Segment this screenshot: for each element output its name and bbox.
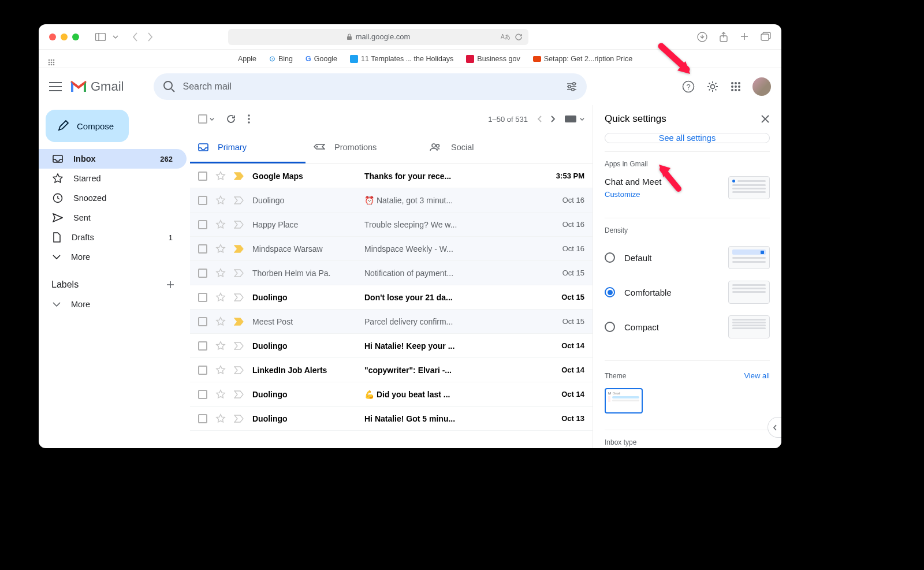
settings-icon[interactable] [706,80,719,93]
importance-icon[interactable] [234,293,244,301]
select-all-checkbox[interactable] [198,114,214,124]
downloads-icon[interactable] [697,32,707,42]
tab-social[interactable]: Social [421,133,536,163]
email-row[interactable]: Duolingo Hi Natalie! Got 5 minu... Oct 1… [190,407,593,431]
star-icon[interactable] [215,365,226,375]
email-row[interactable]: Duolingo Hi Natalie! Keep your ... Oct 1… [190,334,593,358]
row-checkbox[interactable] [198,390,207,399]
star-icon[interactable] [215,171,226,181]
importance-icon[interactable] [234,269,244,277]
row-checkbox[interactable] [198,366,207,375]
new-tab-icon[interactable] [740,32,749,41]
labels-more[interactable]: More [39,295,187,314]
refresh-icon[interactable] [226,114,236,124]
page-prev-icon[interactable] [537,116,542,122]
email-row[interactable]: Duolingo ⏰ Natalie, got 3 minut... Oct 1… [190,188,593,213]
email-row[interactable]: Duolingo 💪 Did you beat last ... Oct 14 [190,382,593,407]
gmail-logo[interactable]: Gmail [70,79,124,94]
star-icon[interactable] [215,292,226,303]
importance-icon[interactable] [234,318,244,326]
add-label-icon[interactable] [166,280,175,289]
email-row[interactable]: Thorben Helm via Pa. Notification of pay… [190,261,593,285]
close-window-icon[interactable] [49,33,56,40]
nav-starred[interactable]: Starred [39,169,187,188]
importance-icon[interactable] [234,390,244,398]
more-icon[interactable] [248,114,250,124]
email-row[interactable]: Duolingo Don't lose your 21 da... Oct 15 [190,285,593,310]
share-icon[interactable] [719,32,728,42]
row-checkbox[interactable] [198,220,207,229]
bookmark-business[interactable]: Business gov [466,55,520,63]
theme-view-all-link[interactable]: View all [744,371,770,380]
nav-more[interactable]: More [39,247,187,267]
email-row[interactable]: Mindspace Warsaw Mindspace Weekly - W...… [190,237,593,261]
nav-drafts[interactable]: Drafts1 [39,228,187,247]
help-icon[interactable]: ? [682,80,695,93]
density-default[interactable]: Default [605,240,770,275]
importance-icon[interactable] [234,415,244,423]
bookmark-templates[interactable]: 11 Templates ... the Holidays [350,55,453,63]
star-icon[interactable] [215,195,226,206]
url-bar[interactable]: mail.google.com Aあ [228,29,528,45]
minimize-window-icon[interactable] [61,33,68,40]
search-options-icon[interactable] [566,81,578,92]
translate-icon[interactable]: Aあ [501,33,510,40]
row-checkbox[interactable] [198,317,207,326]
row-checkbox[interactable] [198,244,207,254]
account-avatar[interactable] [752,77,771,96]
density-comfortable[interactable]: Comfortable [605,275,770,310]
density-compact[interactable]: Compact [605,310,770,344]
tab-promotions[interactable]: Promotions [305,133,421,163]
see-all-settings-button[interactable]: See all settings [605,133,770,143]
importance-icon[interactable] [234,245,244,253]
app-grid-icon[interactable] [48,59,55,66]
nav-snoozed[interactable]: Snoozed [39,188,187,208]
email-row[interactable]: Google Maps Thanks for your rece... 3:53… [190,164,593,188]
email-row[interactable]: Happy Place Trouble sleeping? We w... Oc… [190,213,593,237]
apps-icon[interactable] [731,81,741,92]
star-icon[interactable] [215,268,226,278]
importance-icon[interactable] [234,172,244,180]
nav-sent[interactable]: Sent [39,208,187,228]
nav-inbox[interactable]: Inbox262 [39,149,187,169]
window-controls[interactable] [49,33,79,40]
theme-thumbnail[interactable]: MGmail [605,388,643,413]
email-row[interactable]: LinkedIn Job Alerts "copywriter": Elvari… [190,358,593,382]
star-icon[interactable] [215,316,226,327]
star-icon[interactable] [215,413,226,424]
email-row[interactable]: Meest Post Parcel delivery confirm... Oc… [190,310,593,334]
row-checkbox[interactable] [198,196,207,205]
importance-icon[interactable] [234,366,244,374]
tabs-icon[interactable] [761,32,771,41]
row-checkbox[interactable] [198,269,207,278]
bookmark-setapp[interactable]: Setapp: Get 2...ription Price [533,55,633,63]
main-menu-icon[interactable] [49,82,62,91]
importance-icon[interactable] [234,196,244,204]
chevron-down-icon[interactable] [113,35,118,39]
email-subject: "copywriter": Elvari -... [364,366,536,375]
row-checkbox[interactable] [198,341,207,351]
row-checkbox[interactable] [198,414,207,423]
importance-icon[interactable] [234,221,244,229]
forward-icon[interactable] [147,32,153,42]
back-icon[interactable] [132,32,138,42]
bookmark-apple[interactable]: Apple [235,55,256,63]
page-next-icon[interactable] [551,116,556,122]
search-bar[interactable]: Search mail [154,73,587,100]
close-settings-icon[interactable] [761,114,770,124]
importance-icon[interactable] [234,342,244,350]
maximize-window-icon[interactable] [72,33,79,40]
bookmark-bing[interactable]: ⊙Bing [269,54,293,63]
row-checkbox[interactable] [198,172,207,181]
star-icon[interactable] [215,341,226,351]
input-tools-icon[interactable] [565,116,584,122]
compose-button[interactable]: Compose [46,110,129,142]
tab-primary[interactable]: Primary [190,133,305,163]
bookmark-google[interactable]: GGoogle [305,55,337,63]
sidebar-toggle-icon[interactable] [95,33,118,41]
star-icon[interactable] [215,389,226,400]
row-checkbox[interactable] [198,293,207,302]
star-icon[interactable] [215,244,226,254]
reload-icon[interactable] [515,33,523,41]
star-icon[interactable] [215,219,226,230]
